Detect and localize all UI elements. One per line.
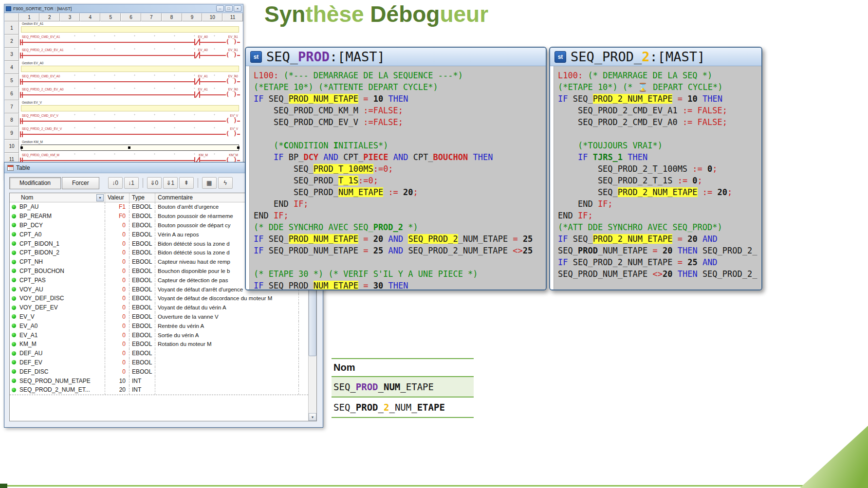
variable-dot-icon [10,205,18,209]
text-segment: 20 [663,246,672,255]
variable-type: EBOOL [129,294,155,303]
text-segment: Syn [264,1,305,27]
force-to-0-icon[interactable]: ⇓0 [147,177,162,189]
seq-prod-titlebar[interactable]: st SEQ_PROD:[MAST] [246,48,546,66]
variable-value[interactable]: F0 [105,212,129,221]
variable-value[interactable]: 0 [105,330,129,340]
st-code-editor-seq-prod-2[interactable]: L100: (* DEMARRAGE DE LA SEQ *)(*ETAPE 1… [550,66,761,289]
comment-bar[interactable] [21,66,239,72]
ladder-titlebar[interactable]: F900_SORTIE_TOR : [MAST] – □ × [4,4,243,13]
code-line: SEQ_PROD_T_1S:=0; [254,175,546,186]
set-to-1-icon[interactable]: ↓1 [124,177,139,189]
comment-bar[interactable] [21,105,239,111]
selection-handle[interactable] [20,146,23,149]
table-row[interactable]: KM_M0EBOOLRotation du moteur M [10,340,308,349]
ladder-comment-cell[interactable]: Gestion EV_A1 [19,21,243,35]
variable-value[interactable]: 0 [105,340,129,349]
variable-value[interactable]: 0 [105,257,129,267]
variable-value[interactable]: 0 [105,312,129,322]
close-icon[interactable]: × [234,5,241,12]
table-row[interactable]: EV_A10EBOOLSortie du vérin A [10,330,308,340]
variable-value[interactable]: 0 [105,321,129,330]
scroll-down-icon[interactable]: ▼ [309,413,316,421]
table-row[interactable]: VOY_DEF_DISC0EBOOLVoyant de défaut de di… [10,294,308,303]
table-row[interactable]: SEQ_PROD_2_NUM_ET...20INT [10,385,308,395]
text-segment [672,269,677,279]
table-row[interactable]: EV_A00EBOOLRentrée du vérin A [10,321,308,330]
coil-icon[interactable]: ( ) [226,77,237,85]
seq-prod-2-titlebar[interactable]: st SEQ_PROD_2:[MAST] [550,48,761,66]
coil-icon[interactable]: ( ) [226,130,237,137]
coil-icon[interactable]: ( ) [226,51,237,58]
minimize-icon[interactable]: – [216,5,224,12]
contact-icon[interactable] [194,39,200,45]
ladder-rung[interactable]: SEQ_PROD_2_CMD_EV_A0EV_A1( )EV_A0 [19,87,243,100]
ladder-comment-cell[interactable]: Gestion EV_V [19,100,243,113]
variable-type: EBOOL [129,330,155,340]
text-segment: SEQ_ [558,246,578,255]
table-row[interactable]: VOY_DEF_EV0EBOOLVoyant de défaut du véri… [10,303,308,312]
ladder-rung[interactable]: SEQ_PROD_CMD_EV_A1EV_A0( )EV_A1 [19,35,243,48]
variable-value[interactable]: 0 [105,267,129,276]
variable-value[interactable]: 0 [105,239,129,248]
coil-icon[interactable]: ( ) [226,90,237,98]
set-to-0-icon[interactable]: ↓0 [108,177,123,189]
text-segment: AND [388,234,403,244]
variable-value[interactable]: 0 [105,285,129,294]
ladder-comment-cell[interactable]: Gestion EV_A0 [19,61,243,74]
contact-icon[interactable] [194,52,200,58]
ladder-rung[interactable]: SEQ_PROD_CMD_EV_V( )EV_V [19,113,243,127]
variable-value[interactable]: 0 [105,294,129,303]
selection-handle[interactable] [237,146,240,149]
variable-value[interactable]: F1 [105,202,129,212]
ladder-grid: 1Gestion EV_A12SEQ_PROD_CMD_EV_A1EV_A0( … [4,21,243,179]
st-code-editor-seq-prod[interactable]: L100: (*--- DEMARRAGE DE LA SEQUENCE ---… [246,66,546,289]
variable-value[interactable]: 0 [105,349,129,358]
variable-value[interactable]: 0 [105,275,129,285]
column-header-type[interactable]: Type [129,193,155,202]
modification-button[interactable]: Modification [9,177,61,189]
coil-icon[interactable]: ( ) [226,38,237,45]
variable-value[interactable]: 0 [105,248,129,257]
table-row[interactable]: EV_V0EBOOLOuverture de la vanne V [10,312,308,322]
comment-bar[interactable] [21,145,239,151]
ladder-comment-cell[interactable]: Gestion KM_M [19,140,243,153]
table-row[interactable]: SEQ_PROD_NUM_ETAPE10INT [10,376,308,385]
variable-value[interactable]: 20 [105,385,129,395]
text-segment: IF [558,234,573,244]
variable-value[interactable]: 0 [105,230,129,239]
table-row[interactable]: DEF_AU0EBOOL [10,349,308,358]
variable-value[interactable]: 0 [105,367,129,376]
coil-label: EV_V [230,127,238,130]
forcer-button[interactable]: Forcer [62,177,99,189]
variable-value[interactable]: 0 [105,221,129,230]
maximize-icon[interactable]: □ [225,5,233,12]
text-segment: DCY [303,152,318,162]
column-header-nom[interactable]: Nom ▼ [18,193,105,202]
grid-icon[interactable]: ▦ [202,177,217,189]
contact-icon[interactable] [194,78,200,85]
coil-icon[interactable]: ( ) [226,117,237,124]
unforce-icon[interactable]: ⇞ [179,177,194,189]
flash-icon[interactable]: ϟ [218,177,233,189]
variable-value[interactable]: 10 [105,376,129,385]
text-segment [368,281,373,289]
text-segment: THEN [678,246,698,255]
column-header-valeur[interactable]: Valeur [105,193,129,202]
filter-dropdown-icon[interactable]: ▼ [96,194,104,201]
selection-handle[interactable] [128,146,130,149]
variable-value[interactable]: 0 [105,358,129,367]
ladder-row-number: 3 [4,48,19,61]
force-to-1-icon[interactable]: ⇓1 [163,177,178,189]
table-row[interactable]: DEF_DISC0EBOOL [10,367,308,376]
variable-value[interactable]: 0 [105,303,129,312]
code-line: (*ATT DDE SYNCHRO AVEC SEQ_PROD*) [558,221,761,233]
ladder-rung[interactable]: SEQ_PROD_2_CMD_EV_A1EV_A0( )EV_A1 [19,48,243,61]
contact-icon[interactable] [194,91,200,98]
variable-comment: Rentrée du vérin A [155,321,299,330]
text-segment: 20 [373,234,383,244]
comment-bar[interactable] [21,26,239,33]
table-row[interactable]: DEF_EV0EBOOL [10,358,308,367]
ladder-rung[interactable]: SEQ_PROD_CMD_EV_A0EV_A1( )EV_A0 [19,74,243,87]
ladder-rung[interactable]: SEQ_PROD_2_CMD_EV_V( )EV_V [19,127,243,140]
